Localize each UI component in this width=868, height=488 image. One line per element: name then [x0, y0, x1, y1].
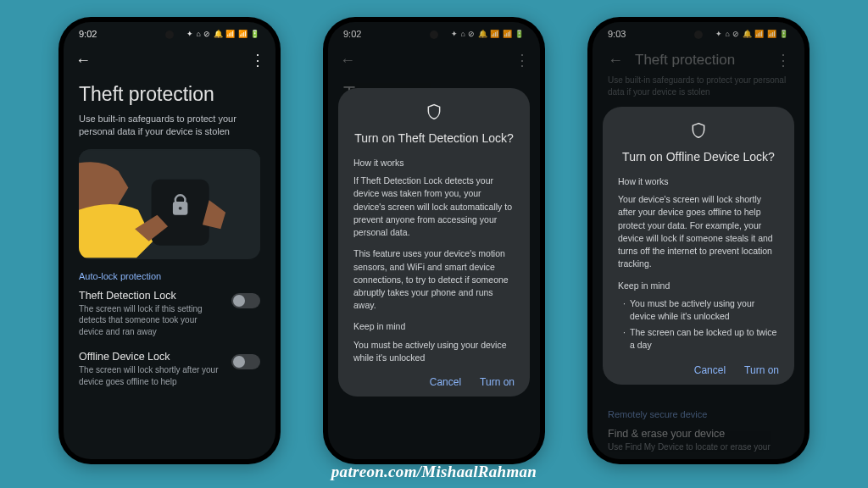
confirm-button[interactable]: Turn on [744, 364, 779, 376]
section-autolock: Auto-lock protection [79, 271, 260, 281]
setting-find-erase: Find & erase your device Use Find My Dev… [608, 428, 789, 453]
dialog-keep-head: Keep in mind [353, 320, 515, 333]
page-subtitle: Use built-in safeguards to protect your … [79, 113, 260, 139]
status-bar: 9:02 ✦ ⌂ ⊘ 🔔 📶 📶 🔋 [64, 22, 275, 42]
attribution: patreon.com/MishaalRahman [0, 463, 868, 481]
phone-2: 9:02 ✦ ⌂ ⊘ 🔔 📶 📶 🔋 ← ⋮ T U Offline Devic… [323, 17, 545, 464]
cancel-button[interactable]: Cancel [430, 376, 461, 388]
setting-desc: The screen will lock if this setting det… [79, 303, 223, 338]
toggle-theft-detection[interactable] [231, 293, 260, 308]
dialog-p2: This feature uses your device's motion s… [353, 247, 515, 312]
dialog-bullet-2: The screen can be locked up to twice a d… [623, 326, 779, 352]
phone-1: 9:02 ✦ ⌂ ⊘ 🔔 📶 📶 🔋 ← ⋮ Theft protection … [58, 17, 281, 464]
clock: 9:02 [79, 29, 97, 39]
status-icons: ✦ ⌂ ⊘ 🔔 📶 📶 🔋 [186, 30, 260, 38]
page-title: Theft protection [79, 83, 260, 106]
dialog-offline-lock: Turn on Offline Device Lock? How it work… [603, 107, 794, 385]
setting-desc: The screen will lock shortly after your … [79, 364, 223, 387]
cancel-button[interactable]: Cancel [694, 364, 726, 376]
section-remote: Remotely secure device [608, 409, 789, 419]
dialog-theft-detection: Turn on Theft Detection Lock? How it wor… [338, 88, 530, 396]
shield-icon [618, 122, 779, 143]
illustration [79, 149, 260, 259]
shield-icon [353, 103, 515, 125]
dialog-p1: Your device's screen will lock shortly a… [618, 193, 779, 270]
dialog-title: Turn on Offline Device Lock? [618, 150, 779, 164]
dialog-keep-head: Keep in mind [618, 280, 779, 292]
confirm-button[interactable]: Turn on [480, 376, 515, 388]
overflow-icon[interactable]: ⋮ [250, 51, 264, 69]
dialog-title: Turn on Theft Detection Lock? [353, 131, 515, 145]
svg-point-4 [179, 207, 182, 210]
toggle-offline-lock[interactable] [231, 354, 260, 369]
dialog-bullet-1: You must be actively using your device w… [623, 297, 779, 323]
back-icon[interactable]: ← [75, 52, 91, 69]
setting-theft-detection[interactable]: Theft Detection Lock The screen will loc… [79, 290, 260, 338]
dialog-p1: If Theft Detection Lock detects your dev… [353, 175, 515, 239]
setting-title: Theft Detection Lock [79, 290, 223, 302]
setting-offline-lock[interactable]: Offline Device Lock The screen will lock… [79, 351, 260, 387]
dialog-p3: You must be actively using your device w… [353, 339, 515, 364]
dialog-how-head: How it works [618, 175, 779, 188]
phone-3: 9:03 ✦ ⌂ ⊘ 🔔 📶 📶 🔋 ← Theft protection ⋮ … [587, 17, 810, 464]
dialog-how-head: How it works [353, 157, 515, 169]
setting-title: Offline Device Lock [79, 351, 223, 363]
